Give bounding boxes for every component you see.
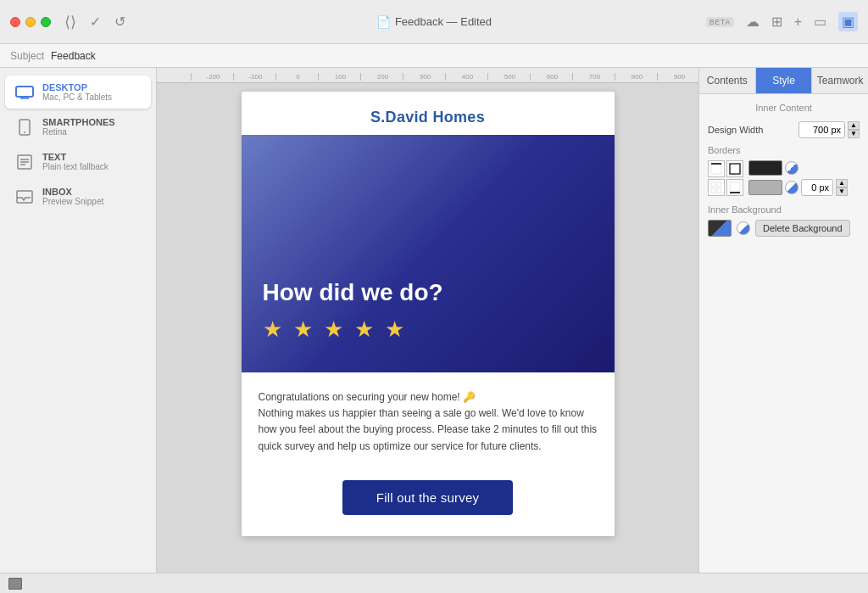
inner-bg-row: Delete Background <box>708 220 860 237</box>
panel-tabs: Contents Style Teamwork <box>699 68 868 94</box>
border-color-row <box>748 160 848 176</box>
document-icon: 📄 <box>376 15 391 29</box>
design-width-control[interactable]: ▲ ▼ <box>798 121 860 138</box>
inner-background-section: Inner Background Delete Background <box>708 204 860 237</box>
text-icon <box>15 155 34 169</box>
ruler: -200 -100 0 100 200 300 400 500 600 700 … <box>157 68 698 83</box>
minimize-button[interactable] <box>25 17 36 27</box>
svg-rect-0 <box>16 87 33 97</box>
canvas-area[interactable]: -200 -100 0 100 200 300 400 500 600 700 … <box>157 68 698 573</box>
panel-content: Inner Content Design Width ▲ ▼ Borders <box>699 94 868 573</box>
ruler-mark: 0 <box>275 73 318 81</box>
nav-back-icon[interactable]: ⟨⟩ <box>64 13 76 31</box>
grid-icon[interactable]: ⊞ <box>771 14 782 30</box>
borders-grid: ▲ ▼ <box>708 160 860 196</box>
add-icon[interactable]: + <box>794 14 802 30</box>
sidebar-toggle-icon[interactable]: ▣ <box>838 12 858 31</box>
border-all-preset[interactable] <box>726 160 743 177</box>
svg-rect-11 <box>711 164 721 174</box>
borders-section: Borders <box>708 145 860 196</box>
titlebar-left-icons: ⟨⟩ ✓ ↺ <box>64 13 125 31</box>
sidebar-inbox-subtitle: Preview Snippet <box>42 197 103 206</box>
checkmark-icon[interactable]: ✓ <box>90 14 101 30</box>
titlebar: ⟨⟩ ✓ ↺ 📄 Feedback — Edited BETA ☁ ⊞ + ▭ … <box>0 0 868 44</box>
titlebar-center: 📄 Feedback — Edited <box>376 15 492 29</box>
close-button[interactable] <box>10 17 20 27</box>
sidebar-item-text[interactable]: TEXT Plain text fallback <box>5 145 151 178</box>
sidebar-desktop-title: DESKTOP <box>42 82 112 92</box>
sidebar-inbox-text: INBOX Preview Snippet <box>42 187 103 206</box>
border-inner-preset[interactable] <box>708 179 725 196</box>
email-sender: S.David Homes <box>259 109 598 126</box>
border-presets <box>708 160 743 196</box>
email-header: S.David Homes <box>242 92 615 135</box>
ruler-mark: 400 <box>445 73 487 81</box>
svg-point-5 <box>24 131 25 133</box>
sidebar-item-smartphones[interactable]: SMARTPHONES Retina <box>5 110 151 143</box>
main-area: DESKTOP Mac, PC & Tablets SMARTPHONES Re… <box>0 68 868 573</box>
border-controls: ▲ ▼ <box>748 160 848 196</box>
cloud-icon[interactable]: ☁ <box>746 14 760 30</box>
titlebar-right-icons: BETA ☁ ⊞ + ▭ ▣ <box>706 12 858 31</box>
tab-teamwork[interactable]: Teamwork <box>812 68 868 93</box>
hero-stars: ★ ★ ★ ★ ★ <box>263 316 593 343</box>
ruler-marks: -200 -100 0 100 200 300 400 500 600 700 … <box>191 73 698 81</box>
ruler-mark: -100 <box>233 73 275 81</box>
canvas-scroll: S.David Homes How did we do? ★ ★ ★ ★ ★ C… <box>157 83 698 553</box>
ruler-mark: 900 <box>657 73 698 81</box>
border-width-input[interactable] <box>801 179 833 196</box>
refresh-icon[interactable]: ↺ <box>114 14 125 30</box>
right-panel: Contents Style Teamwork Inner Content De… <box>698 68 868 573</box>
sidebar-smartphones-text: SMARTPHONES Retina <box>42 117 115 137</box>
ruler-mark: 300 <box>403 73 445 81</box>
stepper-up[interactable]: ▲ <box>848 121 860 130</box>
tab-style[interactable]: Style <box>756 68 813 93</box>
smartphone-icon <box>15 120 34 134</box>
email-hero[interactable]: How did we do? ★ ★ ★ ★ ★ <box>242 135 615 372</box>
svg-rect-10 <box>17 191 32 203</box>
sidebar-item-desktop[interactable]: DESKTOP Mac, PC & Tablets <box>5 76 151 109</box>
border-color-swatch[interactable] <box>748 160 782 176</box>
border-top-preset[interactable] <box>708 160 725 177</box>
subject-label: Subject <box>10 50 44 62</box>
design-width-stepper: ▲ ▼ <box>848 121 860 138</box>
bottom-panel-icon[interactable] <box>8 578 22 590</box>
tab-contents[interactable]: Contents <box>699 68 756 93</box>
sidebar-item-inbox[interactable]: INBOX Preview Snippet <box>5 180 151 213</box>
border-width-stepper: ▲ ▼ <box>836 179 848 196</box>
email-preview[interactable]: S.David Homes How did we do? ★ ★ ★ ★ ★ C… <box>242 92 615 536</box>
ruler-mark: 100 <box>318 73 360 81</box>
fullscreen-button[interactable] <box>41 17 51 27</box>
ruler-mark: 700 <box>572 73 615 81</box>
svg-rect-14 <box>711 182 715 187</box>
border-width-swatch[interactable] <box>748 180 782 195</box>
ruler-mark: 500 <box>487 73 530 81</box>
sidebar-smartphones-title: SMARTPHONES <box>42 117 115 127</box>
delete-background-button[interactable]: Delete Background <box>755 220 850 237</box>
svg-rect-13 <box>730 164 740 174</box>
subjectbar: Subject Feedback <box>0 44 868 68</box>
border-width-picker[interactable] <box>785 181 798 194</box>
sidebar-desktop-text: DESKTOP Mac, PC & Tablets <box>42 82 112 102</box>
borders-title: Borders <box>708 145 860 155</box>
border-color-picker[interactable] <box>785 161 798 175</box>
email-body: Congratulations on securing your new hom… <box>242 372 615 467</box>
stepper-down[interactable]: ▼ <box>848 130 860 138</box>
inbox-icon <box>15 190 34 204</box>
design-width-input[interactable] <box>798 121 845 138</box>
fill-survey-button[interactable]: Fill out the survey <box>342 480 513 515</box>
email-cta: Fill out the survey <box>242 467 615 536</box>
inner-bg-swatch[interactable] <box>708 220 732 237</box>
border-stepper-up[interactable]: ▲ <box>836 179 848 187</box>
border-stepper-down[interactable]: ▼ <box>836 187 848 196</box>
border-bottom-preset[interactable] <box>726 179 743 196</box>
ruler-mark: 800 <box>615 73 657 81</box>
sidebar-smartphones-subtitle: Retina <box>42 127 115 137</box>
hero-title: How did we do? <box>263 279 593 306</box>
svg-rect-17 <box>717 188 721 193</box>
border-width-row: ▲ ▼ <box>748 179 848 196</box>
inner-bg-title: Inner Background <box>708 204 860 215</box>
window-title: Feedback — Edited <box>395 15 492 28</box>
inner-bg-picker[interactable] <box>737 221 750 235</box>
window-icon[interactable]: ▭ <box>814 14 826 30</box>
